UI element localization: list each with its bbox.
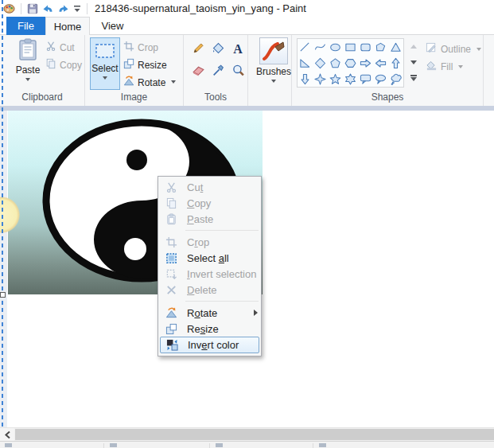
copy-icon — [45, 58, 56, 72]
rotate-icon — [123, 76, 134, 89]
cut-button[interactable]: Cut — [45, 41, 75, 54]
selection-handle[interactable] — [0, 292, 6, 298]
shape-triangle[interactable] — [388, 39, 403, 55]
shape-up-arrow[interactable] — [388, 55, 403, 71]
crop-button[interactable]: Crop — [123, 41, 158, 54]
rotate-label: Rotate — [138, 77, 165, 88]
tab-view[interactable]: View — [90, 17, 135, 35]
select-button[interactable]: Select — [90, 37, 120, 90]
invert-selection-icon — [161, 267, 181, 280]
rotate-button[interactable]: Rotate — [123, 76, 176, 89]
fill-tool-button[interactable] — [210, 41, 226, 57]
magnifier-tool-button[interactable] — [230, 64, 246, 80]
menu-item-paste[interactable]: Paste — [158, 211, 261, 227]
menu-item-invert-selection[interactable]: Invert selection — [158, 266, 261, 282]
shape-four-point-star[interactable] — [313, 71, 328, 87]
shape-polygon[interactable] — [373, 39, 388, 55]
shape-right-triangle[interactable] — [298, 55, 313, 71]
brushes-button[interactable]: Brushes — [256, 37, 291, 83]
shape-rounded-rectangle[interactable] — [358, 39, 373, 55]
rotate-dropdown-icon — [171, 80, 176, 84]
triangle-up-icon — [410, 45, 417, 49]
statusbar-separator — [313, 443, 313, 448]
brushes-dropdown-icon — [271, 80, 276, 83]
submenu-arrow-icon — [254, 310, 258, 316]
shape-rounded-callout[interactable] — [358, 71, 373, 87]
menu-item-label: Copy — [187, 197, 211, 209]
canvas-workarea: CutCopyPasteCropSelect allInvert selecti… — [0, 111, 494, 427]
menu-item-cut[interactable]: Cut — [158, 179, 261, 195]
shape-left-arrow[interactable] — [373, 55, 388, 71]
menu-item-label: Invert color — [188, 339, 239, 351]
undo-button[interactable] — [41, 3, 54, 14]
group-tools: A Tools — [184, 35, 248, 106]
fill-button[interactable]: Fill — [426, 60, 463, 74]
menu-item-resize[interactable]: Resize — [158, 321, 261, 337]
paint-window: 218436-supernatural_taoism_yin_yang - Pa… — [0, 0, 494, 448]
scroll-left-button[interactable] — [0, 428, 14, 441]
shape-pentagon[interactable] — [328, 55, 343, 71]
tab-home[interactable]: Home — [45, 17, 90, 36]
menu-item-invert-color[interactable]: Invert color — [160, 337, 259, 353]
disk-size-icon — [319, 443, 326, 447]
select-dropdown-icon — [103, 76, 107, 80]
crop-label: Crop — [138, 42, 158, 53]
shape-cloud-callout[interactable] — [388, 71, 403, 87]
shape-hexagon[interactable] — [343, 55, 358, 71]
tab-file[interactable]: File — [6, 17, 45, 35]
group-brushes: Brushes — [248, 35, 292, 106]
shape-oval-callout[interactable] — [373, 71, 388, 87]
text-tool-button[interactable]: A — [230, 41, 246, 57]
resize-button[interactable]: Resize — [123, 58, 167, 72]
shape-down-arrow[interactable] — [298, 71, 313, 87]
save-button[interactable] — [27, 3, 38, 14]
pencil-tool-button[interactable] — [190, 41, 206, 57]
shapes-more-button[interactable] — [408, 70, 419, 86]
shape-right-arrow[interactable] — [358, 55, 373, 71]
shape-diamond[interactable] — [313, 55, 328, 71]
paste-button[interactable]: Paste — [11, 38, 45, 89]
image-group-label: Image — [85, 92, 183, 103]
menu-item-crop[interactable]: Crop — [158, 234, 261, 250]
invert-color-icon — [162, 339, 181, 352]
outline-button[interactable]: Outline — [426, 42, 481, 56]
brush-icon — [259, 37, 288, 64]
magnifier-icon — [231, 64, 245, 80]
context-menu: CutCopyPasteCropSelect allInvert selecti… — [158, 176, 262, 356]
scissors-icon — [45, 41, 56, 54]
status-bar — [0, 441, 494, 448]
shape-six-point-star[interactable] — [343, 71, 358, 87]
menu-separator — [185, 301, 259, 302]
menu-item-delete[interactable]: Delete — [158, 282, 261, 298]
eraser-icon — [192, 64, 205, 80]
horizontal-scrollbar[interactable] — [0, 427, 494, 441]
image-size-icon — [216, 443, 223, 447]
scrollbar-thumb[interactable] — [15, 429, 494, 440]
group-image: Select Crop Resize Rotate Image — [85, 35, 184, 106]
shape-five-point-star[interactable] — [328, 71, 343, 87]
cut-label: Cut — [60, 42, 75, 53]
shape-curve[interactable] — [313, 39, 328, 55]
select-label: Select — [91, 63, 118, 74]
eraser-tool-button[interactable] — [190, 64, 206, 80]
color-picker-tool-button[interactable] — [210, 64, 226, 80]
redo-button[interactable] — [57, 3, 70, 14]
shapes-scroll-up-button[interactable] — [408, 38, 419, 54]
shape-line[interactable] — [298, 39, 313, 55]
qat-dropdown-icon[interactable] — [73, 4, 81, 14]
menu-item-copy[interactable]: Copy — [158, 195, 261, 211]
menu-item-select-all[interactable]: Select all — [158, 250, 261, 266]
group-clipboard: Paste Cut Copy Clipboard — [0, 35, 85, 106]
shape-ellipse[interactable] — [328, 39, 343, 55]
resize-label: Resize — [138, 60, 167, 71]
shape-rectangle[interactable] — [343, 39, 358, 55]
statusbar-separator — [209, 443, 210, 448]
shapes-grid — [297, 38, 404, 88]
menu-item-label: Crop — [187, 236, 209, 248]
copy-button[interactable]: Copy — [45, 58, 82, 72]
quick-access-toolbar — [0, 2, 90, 14]
menu-item-label: Resize — [187, 323, 219, 335]
red-arrow-annotation — [108, 445, 172, 448]
menu-item-rotate[interactable]: Rotate — [158, 305, 261, 321]
shapes-scroll-down-button[interactable] — [408, 54, 419, 70]
